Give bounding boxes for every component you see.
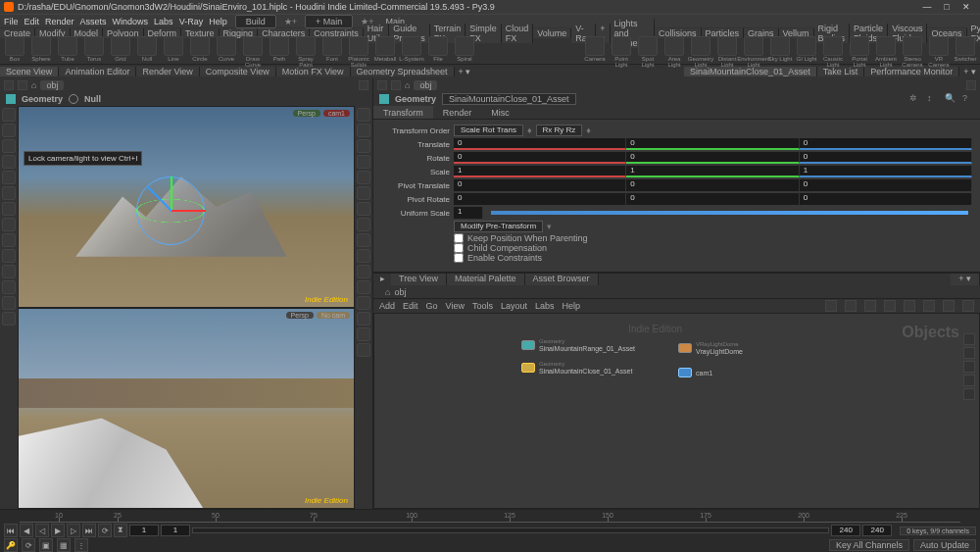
translate-z[interactable]: 0 bbox=[800, 138, 972, 150]
maximize-button[interactable]: □ bbox=[937, 2, 956, 12]
pane-tab[interactable]: Performance Monitor bbox=[864, 67, 959, 76]
shelf-tool-path[interactable] bbox=[270, 36, 289, 56]
node-mountain-range[interactable]: GeometrySinaiMountainRange_01_Asset bbox=[521, 338, 635, 352]
rotate-order-select[interactable]: Rx Ry Rz bbox=[536, 125, 583, 136]
current-frame-input[interactable]: 1 bbox=[161, 525, 190, 536]
net-badge-icon[interactable] bbox=[963, 361, 975, 373]
shelf-tool-tube[interactable] bbox=[58, 36, 77, 56]
ghost-icon[interactable] bbox=[357, 124, 370, 137]
net-tree-icon[interactable] bbox=[923, 300, 935, 312]
scale-tool-icon[interactable] bbox=[2, 155, 16, 169]
shelf-tool-spray-paint[interactable] bbox=[296, 36, 316, 56]
net-flag-icon[interactable] bbox=[845, 300, 857, 312]
point-nums-icon[interactable] bbox=[357, 218, 370, 231]
net-view-icon[interactable] bbox=[825, 300, 837, 312]
uscale-field[interactable]: 1 bbox=[454, 207, 483, 219]
scale-x[interactable]: 1 bbox=[454, 166, 626, 177]
persp-pill[interactable]: Persp bbox=[293, 110, 320, 117]
menu-labs[interactable]: Labs bbox=[154, 17, 173, 26]
net-maximize-icon[interactable] bbox=[943, 300, 955, 312]
scale-z[interactable]: 1 bbox=[800, 166, 972, 177]
minimize-button[interactable]: — bbox=[917, 2, 937, 12]
shelf-tool-metaball[interactable] bbox=[375, 36, 395, 56]
menu-assets[interactable]: Assets bbox=[80, 17, 107, 26]
menuset-selector[interactable]: + Main bbox=[305, 15, 353, 28]
next-frame-button[interactable]: ▷ bbox=[67, 524, 80, 537]
shelf-tool-null[interactable] bbox=[137, 36, 157, 56]
net-shape-icon[interactable] bbox=[963, 347, 975, 359]
translate-x[interactable]: 0 bbox=[454, 138, 626, 150]
pivot-rx[interactable]: 0 bbox=[454, 193, 626, 205]
net-menu-view[interactable]: View bbox=[446, 301, 465, 311]
cam-pill[interactable]: cam1 bbox=[323, 110, 350, 117]
play-reverse-button[interactable]: ◁ bbox=[35, 524, 49, 537]
magnet-icon[interactable] bbox=[2, 280, 16, 294]
net-menu-go[interactable]: Go bbox=[426, 301, 438, 311]
net-path-pill[interactable]: obj bbox=[394, 287, 406, 297]
add-pane-tab-r[interactable]: + ▾ bbox=[959, 67, 980, 76]
snap-icon[interactable] bbox=[2, 186, 16, 200]
nav-fwd-icon[interactable] bbox=[391, 80, 401, 90]
rotate-z[interactable]: 0 bbox=[800, 152, 972, 164]
desktop-selector[interactable]: Build bbox=[235, 15, 276, 28]
more-icon[interactable] bbox=[2, 312, 16, 326]
start-frame-input[interactable]: 1 bbox=[129, 525, 159, 536]
star-icon[interactable]: ★+ bbox=[284, 17, 297, 26]
net-link-icon[interactable] bbox=[884, 300, 896, 312]
shelf-tool-file[interactable] bbox=[428, 36, 448, 56]
shelf-tool-caustic-light[interactable] bbox=[823, 36, 843, 56]
lock-icon[interactable] bbox=[2, 202, 16, 216]
shelf-tool-camera[interactable] bbox=[585, 36, 605, 56]
shelf-tool-circle[interactable] bbox=[190, 36, 210, 56]
scale-y[interactable]: 1 bbox=[626, 166, 799, 177]
rotate-x[interactable]: 0 bbox=[454, 152, 626, 164]
shelf-tool-draw-curve[interactable] bbox=[243, 36, 263, 56]
hq-icon[interactable] bbox=[357, 280, 370, 294]
range-end-input[interactable]: 240 bbox=[862, 525, 892, 536]
shelf-tool-font[interactable] bbox=[322, 36, 342, 56]
uscale-slider[interactable] bbox=[491, 211, 968, 215]
pane-tab[interactable]: Motion FX View bbox=[276, 67, 351, 76]
nocam-pill[interactable]: No cam bbox=[317, 312, 350, 319]
shelf-tool-curve[interactable] bbox=[217, 36, 236, 56]
net-palette-icon[interactable] bbox=[904, 300, 915, 312]
scope-anim-icon[interactable]: ▦ bbox=[57, 538, 71, 552]
timeline-track[interactable] bbox=[192, 527, 829, 533]
tab-render[interactable]: Render bbox=[433, 106, 482, 119]
close-button[interactable]: ✕ bbox=[956, 2, 976, 12]
help-icon[interactable]: ? bbox=[962, 93, 974, 105]
end-frame-input[interactable]: 240 bbox=[831, 525, 860, 536]
net-menu-labs[interactable]: Labs bbox=[535, 301, 555, 311]
scope-icon[interactable]: ▣ bbox=[39, 538, 53, 552]
view-icon[interactable] bbox=[2, 218, 16, 231]
inspect-icon[interactable] bbox=[2, 249, 16, 263]
node-mountain-close[interactable]: GeometrySinaiMountainClose_01_Asset bbox=[521, 361, 632, 375]
autokey-icon[interactable]: ⟳ bbox=[22, 538, 35, 552]
profile-icon[interactable] bbox=[357, 233, 370, 247]
pivot-ry[interactable]: 0 bbox=[626, 193, 799, 205]
menu-edit[interactable]: Edit bbox=[24, 17, 40, 26]
pin-icon[interactable] bbox=[359, 80, 368, 90]
shelf-tool-spot-light[interactable] bbox=[638, 36, 658, 56]
shelf-tool-stereo-camera[interactable] bbox=[903, 36, 922, 56]
net-menu-edit[interactable]: Edit bbox=[403, 301, 418, 311]
translate-y[interactable]: 0 bbox=[626, 138, 799, 150]
brush-icon[interactable] bbox=[2, 265, 16, 278]
net-menu-tools[interactable]: Tools bbox=[472, 301, 493, 311]
display-opts-icon[interactable] bbox=[357, 108, 370, 122]
shelf-tool-l-system[interactable] bbox=[402, 36, 421, 56]
pane-tab-asset[interactable]: SinaiMountainClose_01_Asset bbox=[684, 67, 817, 76]
rotate-tool-icon[interactable] bbox=[2, 139, 16, 153]
handle-tool-icon[interactable] bbox=[2, 171, 16, 184]
move-tool-icon[interactable] bbox=[2, 124, 16, 137]
key-icon[interactable]: 🔑 bbox=[4, 538, 18, 552]
viewport-top[interactable]: Persp cam1 Lock camera/light to view Ctr… bbox=[18, 106, 355, 308]
bg-icon[interactable] bbox=[357, 312, 370, 326]
pin-icon[interactable] bbox=[966, 80, 976, 90]
tab-transform[interactable]: Transform bbox=[373, 106, 433, 119]
pivot-rz[interactable]: 0 bbox=[800, 193, 972, 205]
shelf-tool-ambient-light[interactable] bbox=[876, 36, 896, 56]
net-sticky-icon[interactable] bbox=[963, 388, 975, 400]
normals-icon[interactable] bbox=[357, 171, 370, 184]
child-comp-checkbox[interactable] bbox=[454, 243, 464, 253]
